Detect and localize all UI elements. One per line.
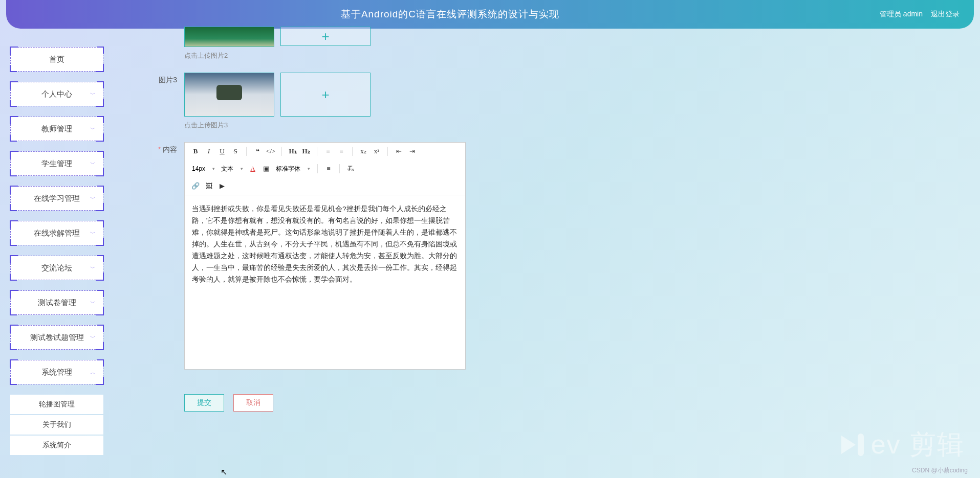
chevron-down-icon: ﹀: [90, 195, 96, 202]
sidebar-item-label: 系统管理: [41, 368, 72, 377]
sidebar-subitem-system-intro[interactable]: 系统简介: [10, 436, 103, 455]
outdent-icon[interactable]: ⇥: [406, 146, 418, 157]
rich-text-editor: B I U S ❝ </> H₁ H₂ ≡ ≡ x₂ x² ⇤ ⇥: [184, 142, 466, 370]
separator: [387, 147, 388, 156]
italic-icon[interactable]: I: [203, 146, 214, 157]
plus-icon: +: [321, 29, 329, 44]
chevron-down-icon: ﹀: [90, 299, 96, 307]
format-select[interactable]: 文本▾: [219, 163, 245, 174]
pic2-add-button[interactable]: +: [280, 27, 371, 46]
font-size-select[interactable]: 14px▾: [190, 163, 217, 174]
subscript-icon[interactable]: x₂: [358, 146, 369, 157]
pic3-hint: 点击上传图片3: [184, 121, 970, 130]
blockquote-icon[interactable]: ❝: [252, 146, 263, 157]
separator: [352, 147, 353, 156]
chevron-down-icon: ﹀: [90, 125, 96, 133]
sidebar: 首页 个人中心﹀ 教师管理﹀ 学生管理﹀ 在线学习管理﹀ 在线求解管理﹀ 交流论…: [10, 47, 103, 456]
pic3-thumbnail[interactable]: [184, 73, 274, 117]
sidebar-item-exam-mgmt[interactable]: 测试卷管理﹀: [10, 290, 103, 315]
chevron-down-icon: ﹀: [90, 160, 96, 168]
main-content: + 点击上传图片2 图片3 + 点击上传图片3 内容 B I U S ❝ </>…: [133, 0, 970, 478]
pic2-label: [133, 27, 184, 30]
text-color-icon[interactable]: A: [247, 163, 258, 174]
content-label: 内容: [133, 142, 184, 154]
sidebar-subitem-about[interactable]: 关于我们: [10, 415, 103, 435]
separator: [339, 164, 340, 173]
sidebar-item-label: 交流论坛: [41, 263, 72, 273]
sidebar-item-student-mgmt[interactable]: 学生管理﹀: [10, 151, 103, 176]
indent-icon[interactable]: ⇤: [393, 146, 404, 157]
sidebar-item-label: 在线求解管理: [34, 229, 80, 238]
sidebar-item-label: 在线学习管理: [34, 194, 80, 203]
h1-icon[interactable]: H₁: [287, 146, 298, 157]
pic3-label: 图片3: [133, 73, 184, 85]
sidebar-item-profile[interactable]: 个人中心﹀: [10, 82, 103, 106]
clear-format-icon[interactable]: T̶ₓ: [345, 163, 356, 174]
csdn-credit: CSDN @小蔡coding: [912, 466, 968, 475]
pic3-add-button[interactable]: +: [280, 73, 371, 117]
separator: [317, 164, 318, 173]
sidebar-item-label: 首页: [49, 55, 64, 64]
h2-icon[interactable]: H₂: [300, 146, 312, 157]
font-family-select[interactable]: 标准字体▾: [274, 163, 312, 174]
separator: [317, 147, 317, 156]
sidebar-item-label: 个人中心: [41, 89, 72, 99]
bold-icon[interactable]: B: [190, 146, 201, 157]
sidebar-item-online-study[interactable]: 在线学习管理﹀: [10, 186, 103, 211]
sidebar-item-exam-question-mgmt[interactable]: 测试卷试题管理﹀: [10, 325, 103, 350]
sidebar-item-home[interactable]: 首页: [10, 47, 103, 72]
sidebar-item-forum[interactable]: 交流论坛﹀: [10, 256, 103, 280]
separator: [246, 147, 247, 156]
align-icon[interactable]: ≡: [323, 163, 334, 174]
link-icon[interactable]: 🔗: [190, 180, 201, 192]
image-icon[interactable]: 🖼: [203, 180, 214, 192]
separator: [281, 147, 282, 156]
editor-content[interactable]: 当遇到挫折或失败，你是看见失败还是看见机会?挫折是我们每个人成长的必经之路，它不…: [185, 195, 465, 369]
pic2-hint: 点击上传图片2: [184, 51, 970, 60]
sidebar-item-label: 测试卷管理: [38, 298, 76, 308]
sidebar-item-label: 测试卷试题管理: [30, 333, 84, 343]
bg-color-icon[interactable]: ▣: [260, 163, 272, 174]
sidebar-item-online-solve[interactable]: 在线求解管理﹀: [10, 221, 103, 245]
sidebar-item-label: 学生管理: [41, 159, 72, 169]
code-icon[interactable]: </>: [265, 146, 276, 157]
sidebar-item-label: 教师管理: [41, 124, 72, 134]
pic2-thumbnail[interactable]: [184, 27, 274, 47]
form-actions: 提交 取消: [184, 394, 970, 412]
ordered-list-icon[interactable]: ≡: [322, 146, 334, 157]
chevron-down-icon: ﹀: [90, 90, 96, 98]
editor-toolbar: B I U S ❝ </> H₁ H₂ ≡ ≡ x₂ x² ⇤ ⇥: [185, 143, 465, 195]
chevron-up-icon: ︿: [90, 369, 96, 376]
chevron-down-icon: ﹀: [90, 334, 96, 342]
cancel-button[interactable]: 取消: [233, 394, 273, 412]
chevron-down-icon: ﹀: [90, 264, 96, 272]
underline-icon[interactable]: U: [216, 146, 228, 157]
sidebar-item-teacher-mgmt[interactable]: 教师管理﹀: [10, 117, 103, 141]
strikethrough-icon[interactable]: S: [230, 146, 241, 157]
sidebar-item-system-mgmt[interactable]: 系统管理︿: [10, 360, 103, 384]
submit-button[interactable]: 提交: [184, 394, 224, 412]
video-icon[interactable]: ▶: [216, 180, 228, 192]
chevron-down-icon: ﹀: [90, 230, 96, 237]
sidebar-subitem-carousel[interactable]: 轮播图管理: [10, 395, 103, 414]
superscript-icon[interactable]: x²: [371, 146, 382, 157]
plus-icon: +: [321, 87, 329, 103]
unordered-list-icon[interactable]: ≡: [336, 146, 347, 157]
